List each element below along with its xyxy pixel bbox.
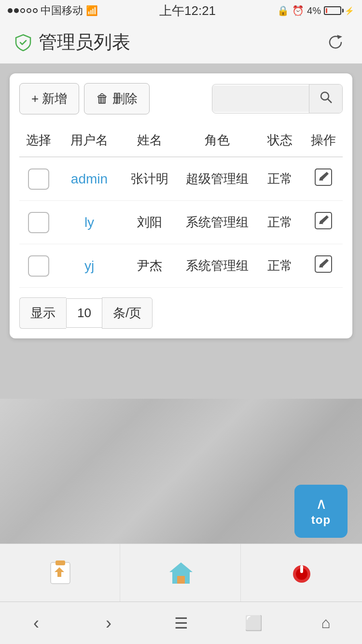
row1-checkbox[interactable] <box>28 168 49 190</box>
col-username: 用户名 <box>58 132 121 149</box>
col-name: 姓名 <box>121 132 179 149</box>
search-box <box>212 84 343 113</box>
nav-home-button[interactable]: ⌂ <box>290 602 362 644</box>
shield-icon <box>14 34 32 51</box>
nav-menu-button[interactable]: ☰ <box>145 602 217 644</box>
row2-status: 正常 <box>256 214 304 231</box>
svg-rect-12 <box>177 576 185 584</box>
battery-body <box>324 6 341 15</box>
row1-username[interactable]: admin <box>58 171 121 187</box>
signal-dot-3 <box>20 8 25 13</box>
pagination: 显示 10 条/页 <box>19 297 343 329</box>
menu-nav-icon: ☰ <box>174 614 188 632</box>
wifi-icon: 📶 <box>86 5 98 16</box>
svg-line-2 <box>328 99 332 103</box>
alarm-icon: ⏰ <box>292 5 304 16</box>
table-row: admin 张计明 超级管理组 正常 <box>19 157 343 201</box>
home-nav-icon: ⌂ <box>321 614 330 632</box>
battery-tip <box>342 9 344 13</box>
table-row: ly 刘阳 系统管理组 正常 <box>19 201 343 244</box>
window-nav-icon: ⬜ <box>245 615 263 631</box>
nav-bar: 管理员列表 <box>0 21 362 64</box>
admin-table: 选择 用户名 姓名 角色 状态 操作 admin 张计明 超级管理组 正常 <box>19 124 343 288</box>
home-icon <box>167 559 195 588</box>
main-card: + 新增 🗑 删除 选择 用户名 <box>10 73 352 338</box>
table-header: 选择 用户名 姓名 角色 状态 操作 <box>19 124 343 157</box>
search-input[interactable] <box>212 85 309 112</box>
forward-nav-icon: › <box>106 613 111 633</box>
row2-checkbox[interactable] <box>28 212 49 233</box>
row3-name: 尹杰 <box>121 257 179 274</box>
clipboard-back-icon <box>46 559 75 588</box>
power-icon-btn[interactable] <box>242 544 362 602</box>
power-icon <box>287 559 316 588</box>
nav-window-button[interactable]: ⬜ <box>217 602 290 644</box>
row1-status: 正常 <box>256 170 304 187</box>
row3-username[interactable]: yj <box>58 258 121 274</box>
row3-status: 正常 <box>256 257 304 274</box>
signal-dots <box>8 8 38 13</box>
signal-dot-2 <box>14 8 19 13</box>
row3-edit[interactable] <box>304 254 343 278</box>
search-button[interactable] <box>309 84 342 113</box>
carrier-text: 中国移动 <box>41 3 83 18</box>
delete-label: 删除 <box>112 90 138 107</box>
row3-role: 系统管理组 <box>179 257 256 274</box>
charging-icon: ⚡ <box>345 6 354 15</box>
bottom-nav: ‹ › ☰ ⬜ ⌂ <box>0 602 362 644</box>
battery-container: ⚡ <box>324 6 354 15</box>
row1-checkbox-cell <box>19 168 58 190</box>
status-right: 🔒 ⏰ 4% ⚡ <box>277 5 354 16</box>
status-time: 上午12:21 <box>159 2 216 19</box>
row1-edit[interactable] <box>304 167 343 191</box>
row2-checkbox-cell <box>19 212 58 233</box>
signal-dot-1 <box>8 8 13 13</box>
row2-name: 刘阳 <box>121 214 179 231</box>
svg-rect-10 <box>56 560 65 565</box>
col-status: 状态 <box>256 132 304 149</box>
toolbar: + 新增 🗑 删除 <box>19 83 343 114</box>
home-icon-btn[interactable] <box>121 544 241 602</box>
signal-dot-4 <box>27 8 31 13</box>
top-label: top <box>311 513 331 527</box>
nav-title-group: 管理员列表 <box>14 30 130 55</box>
edit-icon-1[interactable] <box>313 167 334 187</box>
add-button[interactable]: + 新增 <box>19 83 79 114</box>
delete-button[interactable]: 🗑 删除 <box>84 83 150 114</box>
row1-name: 张计明 <box>121 170 179 187</box>
nav-back-button[interactable]: ‹ <box>0 602 72 644</box>
refresh-button[interactable] <box>323 30 348 55</box>
svg-marker-0 <box>338 36 341 38</box>
lock-icon: 🔒 <box>277 5 289 16</box>
battery-percent: 4% <box>307 5 321 16</box>
page-suffix: 条/页 <box>102 297 153 329</box>
back-icon-btn[interactable] <box>0 544 120 602</box>
row2-username[interactable]: ly <box>58 215 121 230</box>
row3-checkbox[interactable] <box>28 255 49 277</box>
edit-icon-3[interactable] <box>313 254 334 274</box>
content-area: + 新增 🗑 删除 选择 用户名 <box>0 64 362 399</box>
row2-edit[interactable] <box>304 210 343 234</box>
trash-icon: 🗑 <box>96 91 109 106</box>
nav-forward-button[interactable]: › <box>72 602 145 644</box>
back-nav-icon: ‹ <box>33 613 39 633</box>
col-role: 角色 <box>179 132 256 149</box>
row1-role: 超级管理组 <box>179 170 256 187</box>
nav-title: 管理员列表 <box>39 30 130 55</box>
per-page-num: 10 <box>66 298 102 328</box>
edit-icon-2[interactable] <box>313 210 334 231</box>
bottom-icons-bar <box>0 544 362 602</box>
table-row: yj 尹杰 系统管理组 正常 <box>19 244 343 288</box>
top-chevron-icon: ∧ <box>316 496 327 511</box>
col-select: 选择 <box>19 132 58 149</box>
signal-dot-5 <box>33 8 38 13</box>
status-bar: 中国移动 📶 上午12:21 🔒 ⏰ 4% ⚡ <box>0 0 362 21</box>
show-label: 显示 <box>19 297 66 329</box>
col-action: 操作 <box>304 132 343 149</box>
status-left: 中国移动 📶 <box>8 3 98 18</box>
top-button[interactable]: ∧ top <box>294 485 348 538</box>
toolbar-left: + 新增 🗑 删除 <box>19 83 150 114</box>
row3-checkbox-cell <box>19 255 58 277</box>
svg-point-1 <box>321 92 329 100</box>
svg-rect-15 <box>300 565 303 573</box>
